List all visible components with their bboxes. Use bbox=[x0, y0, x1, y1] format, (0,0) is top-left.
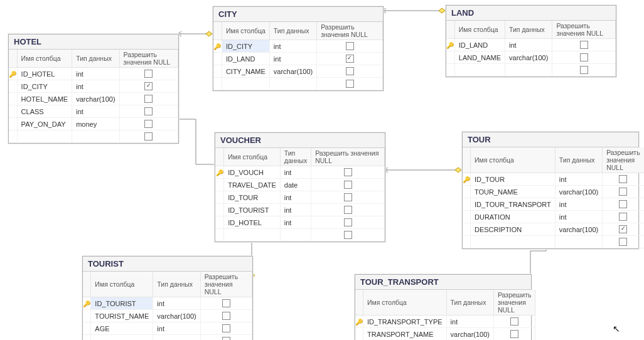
table-row[interactable]: ID_LANDint✓ bbox=[213, 53, 383, 65]
checkbox-icon[interactable]: ✓ bbox=[346, 55, 354, 63]
col-header-name: Имя столбца bbox=[91, 272, 153, 297]
checkbox-icon[interactable] bbox=[346, 42, 354, 50]
col-header-null: Разрешить значения NULL bbox=[603, 147, 644, 173]
col-header-name: Имя столбца bbox=[224, 148, 281, 166]
table-tour_transport[interactable]: TOUR_TRANSPORTИмя столбцаТип данныхРазре… bbox=[355, 274, 532, 340]
column-type: int bbox=[280, 191, 311, 204]
checkbox-icon[interactable] bbox=[510, 317, 518, 326]
table-row[interactable]: 🔑ID_HOTELint bbox=[9, 68, 178, 80]
table-row-empty[interactable] bbox=[446, 64, 616, 77]
checkbox-icon[interactable] bbox=[580, 53, 588, 61]
table-row[interactable]: ID_TOURISTint bbox=[215, 204, 385, 216]
checkbox-icon[interactable] bbox=[619, 200, 627, 208]
svg-marker-3 bbox=[206, 31, 212, 36]
table-row[interactable]: 🔑ID_LANDint bbox=[446, 39, 616, 51]
table-hotel[interactable]: HOTELИмя столбцаТип данныхРазрешить знач… bbox=[8, 34, 179, 144]
checkbox-icon[interactable] bbox=[344, 231, 352, 239]
table-row[interactable]: CITY_NAMEvarchar(100) bbox=[213, 65, 383, 78]
checkbox-icon[interactable] bbox=[619, 238, 627, 246]
column-name: ID_TRANSPORT_TYPE bbox=[363, 316, 447, 328]
checkbox-icon[interactable] bbox=[346, 67, 354, 75]
table-row-empty[interactable] bbox=[463, 236, 644, 248]
table-row[interactable]: DURATIONint bbox=[463, 211, 644, 223]
table-row[interactable]: PAY_ON_DAYmoney bbox=[9, 118, 178, 130]
checkbox-icon[interactable] bbox=[619, 213, 627, 221]
key-icon: 🔑 bbox=[463, 176, 470, 183]
checkbox-icon[interactable] bbox=[510, 330, 518, 338]
table-row[interactable]: ID_TOURint bbox=[215, 191, 385, 204]
col-header-null: Разрешить значения NULL bbox=[200, 272, 252, 297]
checkbox-icon[interactable] bbox=[580, 66, 588, 74]
table-row[interactable]: 🔑ID_TOURISTint bbox=[83, 297, 252, 310]
table-land[interactable]: LANDИмя столбцаТип данныхРазрешить значе… bbox=[446, 5, 616, 77]
table-row[interactable]: TOURIST_NAMEvarchar(100) bbox=[83, 310, 252, 322]
table-row[interactable]: 🔑ID_CITYint bbox=[213, 40, 383, 53]
table-voucher[interactable]: VOUCHERИмя столбцаТип данныхРазрешить зн… bbox=[215, 132, 385, 242]
checkbox-icon[interactable] bbox=[580, 41, 588, 49]
table-city[interactable]: CITYИмя столбцаТип данныхРазрешить значе… bbox=[213, 6, 384, 91]
column-name: HOTEL_NAME bbox=[17, 93, 72, 105]
table-tourist[interactable]: TOURISTИмя столбцаТип данныхРазрешить зн… bbox=[82, 256, 253, 340]
checkbox-icon[interactable] bbox=[222, 299, 230, 307]
table-row[interactable]: ID_TOUR_TRANSPORTint bbox=[463, 198, 644, 211]
column-name: PAY_ON_DAY bbox=[17, 118, 72, 130]
checkbox-icon[interactable] bbox=[344, 218, 352, 226]
table-tour[interactable]: TOURИмя столбцаТип данныхРазрешить значе… bbox=[462, 132, 639, 249]
table-row-empty[interactable] bbox=[83, 335, 252, 341]
col-header-null: Разрешить значения NULL bbox=[311, 148, 385, 166]
checkbox-icon[interactable] bbox=[222, 337, 230, 340]
column-type: int bbox=[505, 39, 552, 51]
column-type: int bbox=[446, 316, 493, 328]
table-row-empty[interactable] bbox=[213, 78, 383, 90]
checkbox-icon[interactable] bbox=[222, 312, 230, 320]
table-row[interactable]: 🔑ID_TOURint bbox=[463, 173, 644, 186]
column-name: ID_TOURIST bbox=[224, 204, 281, 216]
checkbox-icon[interactable] bbox=[619, 188, 627, 196]
checkbox-icon[interactable] bbox=[344, 181, 352, 189]
table-row[interactable]: TRAVEL_DATEdate bbox=[215, 179, 385, 191]
table-row[interactable]: DESCRIPTIONvarchar(100)✓ bbox=[463, 223, 644, 236]
column-type: money bbox=[72, 118, 119, 130]
checkbox-icon[interactable] bbox=[144, 70, 153, 78]
checkbox-icon[interactable] bbox=[222, 324, 230, 332]
checkbox-icon[interactable] bbox=[144, 95, 153, 103]
table-row-empty[interactable] bbox=[215, 229, 385, 242]
column-type: int bbox=[555, 211, 602, 223]
table-row[interactable]: CLASSint bbox=[9, 105, 178, 118]
col-header-null: Разрешить значения NULL bbox=[317, 22, 383, 40]
svg-marker-15 bbox=[455, 167, 461, 173]
table-row[interactable]: TRANSPORT_NAMEvarchar(100) bbox=[355, 328, 535, 341]
table-row[interactable]: ID_CITYint✓ bbox=[9, 80, 178, 93]
column-type: int bbox=[269, 53, 316, 65]
column-name: TOURIST_NAME bbox=[91, 310, 153, 322]
checkbox-icon[interactable] bbox=[144, 132, 153, 141]
col-header-name: Имя столбца bbox=[471, 147, 555, 173]
table-row[interactable]: 🔑ID_VOUCHint bbox=[215, 166, 385, 179]
table-row[interactable]: 🔑ID_TRANSPORT_TYPEint bbox=[355, 316, 535, 328]
column-type: varchar(100) bbox=[153, 310, 200, 322]
table-row[interactable]: ID_HOTELint bbox=[215, 216, 385, 229]
table-row[interactable]: TOUR_NAMEvarchar(100) bbox=[463, 186, 644, 198]
checkbox-icon[interactable]: ✓ bbox=[144, 82, 153, 90]
checkbox-icon[interactable] bbox=[344, 193, 352, 201]
table-row-empty[interactable] bbox=[9, 130, 178, 143]
checkbox-icon[interactable] bbox=[344, 168, 352, 176]
col-header-type: Тип данных bbox=[269, 22, 316, 40]
table-row[interactable]: LAND_NAMEvarchar(100) bbox=[446, 51, 616, 64]
column-name: CLASS bbox=[17, 105, 72, 118]
col-header-name: Имя столбца bbox=[222, 22, 269, 40]
checkbox-icon[interactable] bbox=[619, 175, 627, 183]
column-type: int bbox=[280, 166, 311, 179]
checkbox-icon[interactable] bbox=[346, 80, 354, 88]
checkbox-icon[interactable] bbox=[144, 107, 153, 115]
table-row[interactable]: HOTEL_NAMEvarchar(100) bbox=[9, 93, 178, 105]
cursor-icon: ↖ bbox=[613, 324, 620, 334]
checkbox-icon[interactable] bbox=[344, 206, 352, 214]
table-row[interactable]: AGEint bbox=[83, 322, 252, 335]
col-header-name: Имя столбца bbox=[454, 21, 505, 39]
col-header-null: Разрешить значения NULL bbox=[552, 21, 616, 39]
checkbox-icon[interactable]: ✓ bbox=[619, 225, 627, 233]
checkbox-icon[interactable] bbox=[144, 120, 153, 128]
column-name: ID_TOURIST bbox=[91, 297, 153, 310]
table-title: LAND bbox=[446, 6, 616, 21]
